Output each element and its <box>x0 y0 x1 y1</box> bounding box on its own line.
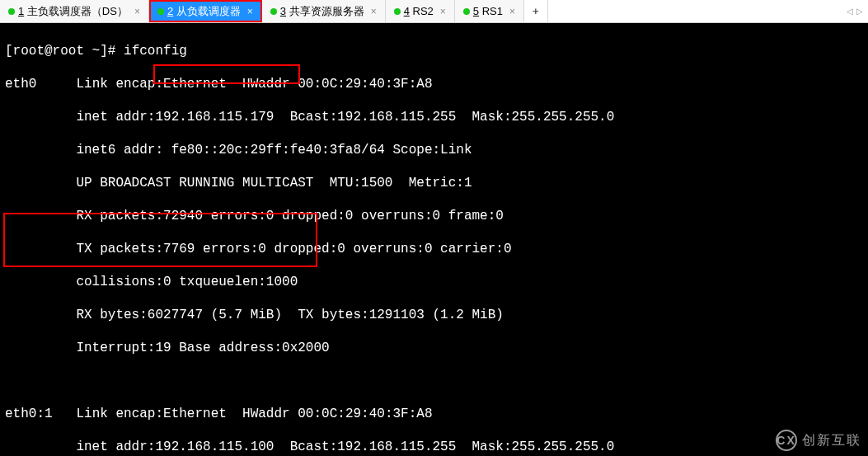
iface-line: collisions:0 txqueuelen:1000 <box>76 275 298 289</box>
tab-item-2[interactable]: 2 从负载调度器 × <box>149 0 262 22</box>
iface-line: inet addr:192.168.115.100 Bcast:192.168.… <box>76 440 614 454</box>
tab-bar: 1 主负载调度器（DS） × 2 从负载调度器 × 3 共享资源服务器 × 4 … <box>0 0 868 23</box>
iface-line: RX packets:72940 errors:0 dropped:0 over… <box>76 209 503 223</box>
close-icon[interactable]: × <box>509 6 515 17</box>
tab-label: 2 从负载调度器 <box>167 4 241 19</box>
status-dot-icon <box>394 8 401 15</box>
tab-item-4[interactable]: 4 RS2 × <box>386 0 455 22</box>
tab-item-1[interactable]: 1 主负载调度器（DS） × <box>0 0 149 22</box>
close-icon[interactable]: × <box>134 6 140 17</box>
close-icon[interactable]: × <box>371 6 377 17</box>
status-dot-icon <box>8 8 15 15</box>
iface-name: eth0 <box>5 77 36 92</box>
watermark-text: 创新互联 <box>802 432 861 449</box>
iface-line: Link encap:Ethernet HWaddr 00:0C:29:40:3… <box>76 407 432 421</box>
tab-item-5[interactable]: 5 RS1 × <box>455 0 524 22</box>
tab-label: 3 共享资源服务器 <box>280 4 364 19</box>
tab-nav: ◁ ▷ <box>842 0 868 22</box>
watermark: CX 创新互联 <box>776 430 861 451</box>
tab-scroll-right-icon[interactable]: ▷ <box>856 7 863 16</box>
iface-line: Link encap:Ethernet HWaddr 00:0C:29:40:3… <box>76 77 432 92</box>
plus-icon: + <box>533 5 539 17</box>
iface-line: RX bytes:6027747 (5.7 MiB) TX bytes:1291… <box>76 308 503 322</box>
close-icon[interactable]: × <box>247 6 253 17</box>
status-dot-icon <box>157 8 164 15</box>
iface-line: TX packets:7769 errors:0 dropped:0 overr… <box>76 242 511 256</box>
new-tab-button[interactable]: + <box>524 0 548 22</box>
iface-line: Interrupt:19 Base address:0x2000 <box>76 341 329 355</box>
tab-label: 4 RS2 <box>404 5 434 17</box>
iface-line: UP BROADCAST RUNNING MULTICAST MTU:1500 … <box>76 176 472 190</box>
tab-label: 5 RS1 <box>473 5 503 17</box>
iface-line: inet6 addr: fe80::20c:29ff:fe40:3fa8/64 … <box>76 143 472 157</box>
status-dot-icon <box>463 8 470 15</box>
status-dot-icon <box>270 8 277 15</box>
command: ifconfig <box>124 44 187 59</box>
watermark-icon: CX <box>776 430 797 451</box>
prompt: [root@root ~]# <box>5 44 124 59</box>
iface-line: inet addr:192.168.115.179 Bcast:192.168.… <box>76 110 614 125</box>
tab-label: 1 主负载调度器（DS） <box>18 4 128 19</box>
terminal-output[interactable]: [root@root ~]# ifconfig eth0 Link encap:… <box>0 23 868 456</box>
tab-item-3[interactable]: 3 共享资源服务器 × <box>262 0 386 22</box>
close-icon[interactable]: × <box>440 6 446 17</box>
tab-scroll-left-icon[interactable]: ◁ <box>847 7 853 16</box>
iface-name: eth0:1 <box>5 407 53 421</box>
